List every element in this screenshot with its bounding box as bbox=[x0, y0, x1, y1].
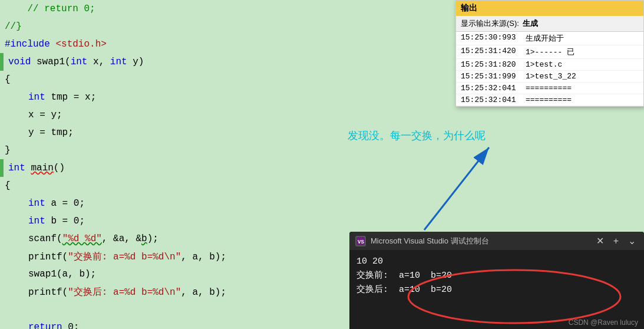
svg-text:VS: VS bbox=[358, 239, 364, 245]
output-msg: 生成开始于 bbox=[526, 33, 564, 44]
code-content: int b = 0; bbox=[5, 216, 85, 226]
debug-console: VS Microsoft Visual Studio 调试控制台 ✕ + ⌄ 1… bbox=[349, 232, 644, 329]
code-content: swap1(a, b); bbox=[5, 269, 96, 279]
code-line: { bbox=[0, 177, 460, 195]
code-line: { bbox=[0, 71, 460, 88]
source-value: 生成 bbox=[523, 18, 538, 29]
code-content: int main() bbox=[5, 163, 65, 173]
output-subbar: 显示输出来源(S): 生成 bbox=[456, 16, 643, 32]
code-content: y = tmp; bbox=[5, 127, 74, 138]
code-content bbox=[5, 304, 11, 315]
output-content: 15:25:30:993 生成开始于 15:25:31:420 1>------… bbox=[456, 32, 643, 106]
debug-line: 10 20 bbox=[356, 255, 637, 269]
output-time: 15:25:31:420 bbox=[461, 47, 526, 57]
code-content: } bbox=[5, 145, 11, 156]
code-content: // return 0; bbox=[5, 4, 95, 14]
output-time: 15:25:31:820 bbox=[461, 60, 526, 69]
debug-title: Microsoft Visual Studio 调试控制台 bbox=[371, 236, 589, 246]
output-msg: 1>------ 已 bbox=[526, 47, 574, 57]
output-msg: ========== bbox=[526, 84, 572, 93]
code-content: #include <stdio.h> bbox=[5, 39, 107, 50]
code-line: void swap1(int x, int y) bbox=[0, 53, 460, 71]
output-msg: 1>test_3_22 bbox=[526, 72, 576, 81]
code-content: int tmp = x; bbox=[5, 92, 96, 103]
vs-icon: VS bbox=[355, 236, 366, 246]
output-row: 15:25:31:820 1>test.c bbox=[456, 59, 643, 71]
output-time: 15:25:31:999 bbox=[461, 72, 526, 81]
output-row: 15:25:31:420 1>------ 已 bbox=[456, 45, 643, 59]
output-row: 15:25:31:999 1>test_3_22 bbox=[456, 71, 643, 83]
code-line: int main() bbox=[0, 159, 460, 177]
line-indicator bbox=[0, 159, 4, 177]
annotation-text: 发现没。每一交换，为什么呢 bbox=[348, 129, 486, 143]
code-content: return 0; bbox=[5, 322, 79, 329]
code-content: x = y; bbox=[5, 110, 62, 120]
code-content: { bbox=[5, 180, 11, 191]
code-content: //} bbox=[5, 21, 22, 32]
add-button[interactable]: + bbox=[611, 236, 621, 246]
output-title: 输出 bbox=[456, 1, 643, 16]
line-indicator bbox=[0, 53, 4, 71]
code-content: int a = 0; bbox=[5, 198, 85, 209]
code-line: int tmp = x; bbox=[0, 88, 460, 106]
code-content: printf("交换前: a=%d b=%d\n", a, b); bbox=[5, 251, 226, 263]
output-msg: 1>test.c bbox=[526, 60, 562, 69]
code-line: int b = 0; bbox=[0, 212, 460, 230]
code-line: //} bbox=[0, 18, 460, 35]
code-content: scanf("%d %d", &a, &b); bbox=[5, 233, 158, 244]
debug-output: 10 20 交换前: a=10 b=20 交换后: a=10 b=20 bbox=[349, 250, 644, 302]
output-row: 15:25:32:041 ========== bbox=[456, 83, 643, 94]
code-line: x = y; bbox=[0, 106, 460, 124]
code-line: #include <stdio.h> bbox=[0, 35, 460, 53]
code-line: } bbox=[0, 142, 460, 159]
output-row: 15:25:30:993 生成开始于 bbox=[456, 32, 643, 45]
code-line: // return 0; bbox=[0, 0, 460, 18]
debug-titlebar: VS Microsoft Visual Studio 调试控制台 ✕ + ⌄ bbox=[349, 232, 644, 250]
code-content: printf("交换后: a=%d b=%d\n", a, b); bbox=[5, 286, 226, 298]
output-time: 15:25:30:993 bbox=[461, 33, 526, 44]
code-content: { bbox=[5, 74, 11, 85]
code-line: int a = 0; bbox=[0, 195, 460, 212]
output-row: 15:25:32:041 ========== bbox=[456, 94, 643, 106]
debug-footer: CSDN @Raven lulucy bbox=[569, 318, 638, 327]
output-time: 15:25:32:041 bbox=[461, 96, 526, 104]
dropdown-button[interactable]: ⌄ bbox=[626, 235, 638, 246]
output-panel: 输出 显示输出来源(S): 生成 15:25:30:993 生成开始于 15:2… bbox=[455, 0, 644, 107]
debug-line: 交换前: a=10 b=20 bbox=[356, 269, 637, 283]
code-content: void swap1(int x, int y) bbox=[5, 57, 144, 67]
output-msg: ========== bbox=[526, 96, 572, 104]
debug-line: 交换后: a=10 b=20 bbox=[356, 283, 637, 297]
output-time: 15:25:32:041 bbox=[461, 84, 526, 93]
source-label: 显示输出来源(S): bbox=[461, 18, 519, 29]
close-button[interactable]: ✕ bbox=[594, 235, 606, 246]
